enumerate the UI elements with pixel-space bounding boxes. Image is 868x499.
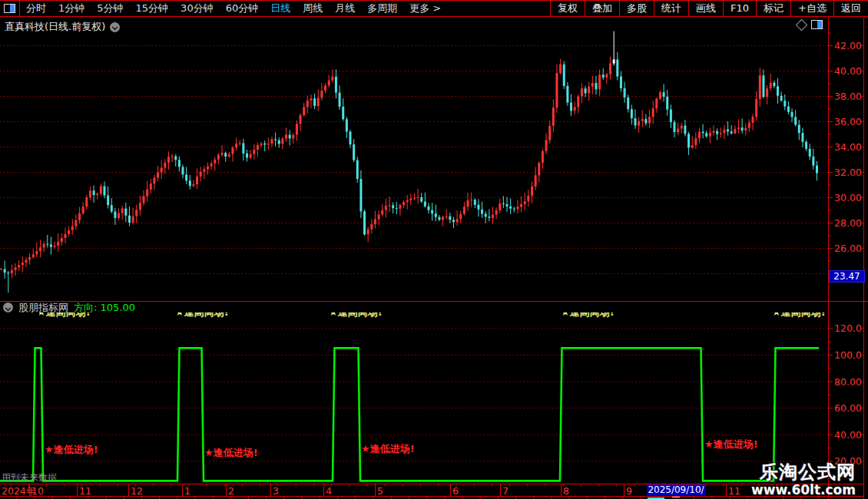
action-button-叠加[interactable]: 叠加 — [585, 1, 619, 16]
sell-signal-label: ★逢高离场! — [175, 306, 229, 319]
timeline-month-label: 12 — [131, 485, 143, 497]
period-item-周线[interactable]: 周线 — [297, 1, 329, 16]
chart-canvas — [0, 0, 868, 499]
last-price-marker: 23.47 — [829, 270, 865, 283]
indicator-tick-label: 100.0 — [834, 349, 862, 361]
timeline-year-label: 2024年 — [2, 485, 35, 498]
indicator-name: 股朋指标网 — [18, 301, 68, 315]
period-item-更多 >[interactable]: 更多 > — [403, 1, 447, 16]
price-tick-label: 36.00 — [834, 116, 862, 127]
indicator-header[interactable]: 股朋指标网 方向: 105.00 — [3, 302, 135, 313]
indicator-tick-label: 120.0 — [834, 322, 862, 334]
action-button-画线[interactable]: 画线 — [688, 1, 723, 16]
sell-signal-label: ★逢高离场! — [561, 306, 615, 319]
price-tick-label: 42.00 — [834, 40, 862, 51]
selected-date-marker: 2025/09/10/三 — [647, 484, 705, 495]
split-screen-icon — [4, 4, 15, 13]
action-button-多股[interactable]: 多股 — [619, 1, 654, 16]
timeline-month-label: 3 — [273, 485, 279, 497]
sell-signal-label: ★逢高离场! — [772, 306, 826, 319]
price-tick-label: 40.00 — [834, 65, 862, 77]
timeline-month-label: 1 — [184, 485, 190, 497]
timeline-month-label: 8 — [563, 485, 569, 497]
chevron-down-icon[interactable] — [3, 302, 13, 312]
buy-signal-label: ★逢低进场! — [704, 438, 758, 451]
action-button-标记[interactable]: 标记 — [756, 1, 790, 16]
watermark-site-name: 乐淘公式网 — [760, 460, 856, 484]
period-item-月线[interactable]: 月线 — [329, 1, 361, 16]
price-tick-label: 32.00 — [834, 167, 862, 178]
price-tick-label: 28.00 — [834, 217, 862, 229]
buy-signal-label: ★逢低进场! — [361, 442, 415, 456]
timeline-month-label: 6 — [452, 485, 459, 497]
period-item-5分钟[interactable]: 5分钟 — [91, 1, 129, 16]
sell-signal-label: ★逢高离场! — [329, 306, 383, 319]
action-button-F10[interactable]: F10 — [723, 1, 756, 16]
price-tick-label: 38.00 — [834, 91, 862, 102]
diamond-icon[interactable] — [796, 18, 808, 31]
action-button-统计[interactable]: 统计 — [654, 1, 688, 16]
period-item-1分钟[interactable]: 1分钟 — [52, 1, 91, 16]
chevron-down-icon[interactable] — [110, 22, 120, 32]
price-tick-label: 34.00 — [834, 141, 862, 153]
indicator-tick-label: 40.00 — [834, 429, 862, 441]
chart-corner-icons — [797, 20, 823, 29]
timeline-month-label: 11 — [728, 485, 740, 497]
action-button-+自选[interactable]: +自选 — [790, 1, 833, 16]
action-button-返回[interactable]: 返回 — [833, 1, 868, 16]
app-window: 分时1分钟5分钟15分钟30分钟60分钟日线周线月线多周期更多 > 复权叠加多股… — [0, 0, 868, 499]
timeline-month-label: 5 — [377, 485, 383, 497]
indicator-param: 方向: 105.00 — [74, 301, 135, 315]
period-item-15分钟[interactable]: 15分钟 — [130, 1, 175, 16]
buy-signal-label: ★逢低进场! — [45, 443, 98, 457]
period-item-多周期[interactable]: 多周期 — [361, 1, 403, 16]
period-item-分时[interactable]: 分时 — [20, 1, 52, 16]
timeline-month-label: 2 — [228, 485, 234, 497]
layout-icon[interactable] — [0, 1, 20, 16]
timeline-month-label: 7 — [502, 485, 509, 497]
buy-signal-label: ★逢低进场! — [204, 446, 258, 460]
price-tick-label: 30.00 — [834, 192, 862, 203]
top-toolbar: 分时1分钟5分钟15分钟30分钟60分钟日线周线月线多周期更多 > 复权叠加多股… — [0, 0, 868, 17]
action-button-复权[interactable]: 复权 — [550, 1, 585, 16]
timeline-month-label: 10 — [31, 485, 44, 497]
watermark-site-url: www.60lt.com — [751, 482, 856, 497]
action-menu: 复权叠加多股统计画线F10标记+自选返回 — [550, 1, 868, 16]
period-menu: 分时1分钟5分钟15分钟30分钟60分钟日线周线月线多周期更多 > — [20, 1, 447, 16]
period-item-日线[interactable]: 日线 — [264, 1, 297, 16]
future-data-warning: 用到未来数据 — [2, 471, 57, 484]
indicator-tick-label: 60.00 — [834, 402, 862, 414]
timeline-month-label: 11 — [79, 485, 91, 497]
timeline-month-label: 4 — [326, 485, 332, 497]
timeline-month-label: 9 — [626, 485, 632, 497]
split-screen-icon[interactable] — [811, 20, 823, 29]
price-tick-label: 26.00 — [834, 243, 862, 254]
period-item-60分钟[interactable]: 60分钟 — [220, 1, 265, 16]
chart-title[interactable]: 直真科技(日线.前复权) — [5, 20, 120, 34]
indicator-tick-label: 80.00 — [834, 376, 862, 388]
period-item-30分钟[interactable]: 30分钟 — [174, 1, 220, 16]
stock-title-label: 直真科技(日线.前复权) — [5, 20, 105, 34]
